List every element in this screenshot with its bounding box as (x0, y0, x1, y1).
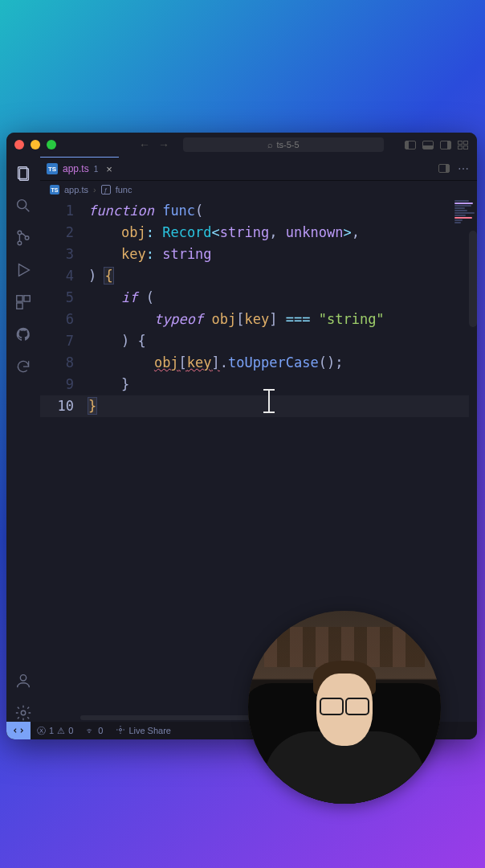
more-actions-icon[interactable]: ⋯ (458, 162, 469, 175)
error-icon: ⓧ (37, 725, 46, 737)
window-title: ts-5-5 (276, 140, 299, 149)
search-icon: ⌕ (267, 140, 273, 149)
traffic-lights (14, 140, 56, 149)
layout-controls (405, 141, 469, 149)
radio-tower-icon: ᯤ (86, 726, 95, 735)
title-bar: ← → ⌕ ts-5-5 (6, 133, 477, 157)
svg-point-11 (20, 675, 26, 681)
settings-gear-icon[interactable] (14, 704, 32, 722)
customize-layout-icon[interactable] (458, 141, 469, 149)
warning-count: 0 (68, 726, 73, 735)
nav-arrows: ← → (139, 138, 169, 151)
toggle-sidebar-icon[interactable] (405, 141, 416, 149)
explorer-icon[interactable] (14, 165, 32, 182)
svg-rect-10 (17, 303, 22, 309)
ports-count: 0 (98, 726, 103, 735)
tab-modified-indicator: 1 (94, 165, 99, 174)
chevron-right-icon: › (93, 185, 96, 194)
live-share-label: Live Share (128, 726, 171, 735)
ports-indicator[interactable]: ᯤ 0 (79, 726, 109, 735)
command-center[interactable]: ⌕ ts-5-5 (183, 137, 384, 152)
svg-point-12 (21, 710, 26, 715)
extensions-icon[interactable] (14, 293, 32, 311)
svg-point-4 (18, 231, 22, 235)
nav-forward-icon[interactable]: → (158, 138, 169, 151)
maximize-window-button[interactable] (47, 140, 56, 149)
svg-marker-7 (19, 264, 30, 276)
toggle-secondary-sidebar-icon[interactable] (440, 141, 451, 149)
tab-label: app.ts (63, 163, 89, 174)
typescript-file-icon: TS (50, 185, 59, 194)
problems-indicator[interactable]: ⓧ 1 ⚠ 0 (31, 725, 79, 737)
breadcrumb-file: app.ts (64, 185, 88, 194)
accounts-icon[interactable] (14, 672, 32, 690)
source-control-icon[interactable] (14, 229, 32, 247)
svg-point-5 (18, 241, 22, 245)
nav-back-icon[interactable]: ← (139, 138, 150, 151)
minimize-window-button[interactable] (31, 140, 40, 149)
line-number-gutter: 12345678910 (40, 199, 88, 714)
webcam-overlay (248, 611, 441, 804)
breadcrumbs[interactable]: TS app.ts › ƒ func (40, 181, 477, 199)
toggle-panel-icon[interactable] (422, 141, 434, 149)
breadcrumb-symbol: func (116, 185, 132, 194)
split-editor-icon[interactable] (438, 164, 450, 173)
search-activity-icon[interactable] (14, 197, 32, 215)
tab-app-ts[interactable]: TS app.ts 1 × (40, 157, 119, 180)
error-count: 1 (49, 726, 54, 735)
close-tab-icon[interactable]: × (106, 163, 112, 175)
vertical-scrollbar[interactable] (469, 231, 477, 327)
function-symbol-icon: ƒ (101, 185, 111, 194)
svg-point-2 (18, 200, 26, 209)
svg-line-3 (26, 208, 30, 212)
live-share-icon (116, 725, 125, 736)
warning-icon: ⚠ (57, 726, 65, 736)
typescript-file-icon: TS (47, 163, 58, 174)
code-editor[interactable]: 12345678910 function func( obj: Record<s… (40, 199, 477, 714)
svg-rect-9 (24, 296, 30, 301)
github-icon[interactable] (14, 326, 32, 343)
activity-bar (6, 157, 40, 722)
editor-tabs: TS app.ts 1 × ⋯ (40, 157, 477, 181)
svg-point-13 (120, 729, 122, 731)
run-debug-icon[interactable] (14, 261, 32, 279)
sync-icon[interactable] (14, 358, 32, 375)
close-window-button[interactable] (14, 140, 24, 149)
svg-rect-8 (17, 296, 22, 301)
live-share-button[interactable]: Live Share (109, 725, 177, 736)
svg-point-6 (25, 236, 29, 240)
remote-indicator[interactable] (6, 722, 31, 739)
